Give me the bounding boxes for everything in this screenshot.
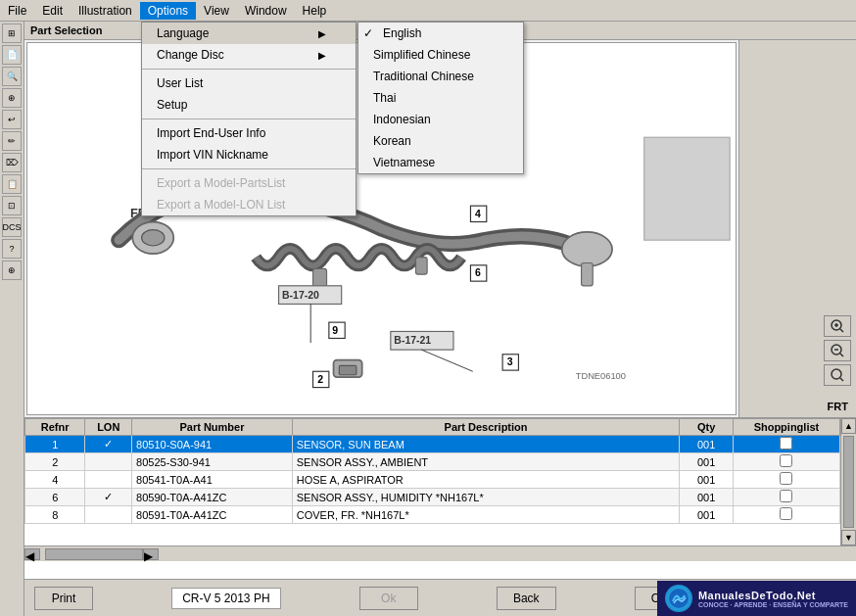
toolbar-btn-2[interactable]: 📄: [2, 45, 22, 65]
svg-point-37: [832, 369, 841, 379]
shopping-checkbox[interactable]: [780, 454, 792, 467]
menu-window[interactable]: Window: [237, 2, 295, 20]
horiz-scroll-right[interactable]: ▶: [143, 548, 159, 560]
horiz-scroll-thumb[interactable]: [45, 548, 143, 560]
svg-text:TDNE06100: TDNE06100: [576, 371, 626, 381]
lang-english-label: English: [383, 26, 421, 40]
menu-language-arrow: ▶: [318, 28, 326, 39]
cell-lon: [85, 471, 132, 489]
lang-thai[interactable]: Thai: [358, 87, 523, 109]
zoom-in-button[interactable]: [824, 315, 851, 337]
menu-user-list[interactable]: User List: [142, 72, 356, 94]
part-selection-label: Part Selection: [30, 24, 102, 36]
cell-shopping: [733, 471, 839, 489]
toolbar-btn-6[interactable]: ✏: [2, 131, 22, 151]
lang-english[interactable]: ✓ English: [358, 23, 523, 44]
menu-change-disc-arrow: ▶: [318, 50, 326, 61]
menu-change-disc-label: Change Disc: [157, 48, 224, 62]
menu-user-list-label: User List: [157, 76, 203, 90]
back-button[interactable]: Back: [497, 587, 556, 610]
toolbar-btn-5[interactable]: ↩: [2, 110, 22, 129]
menu-change-disc[interactable]: Change Disc ▶: [142, 44, 356, 66]
svg-rect-7: [339, 365, 356, 374]
scroll-thumb[interactable]: [843, 436, 854, 528]
svg-text:9: 9: [332, 325, 338, 336]
vertical-scrollbar[interactable]: ▲ ▼: [840, 418, 856, 545]
table-wrapper: Refnr LON Part Number Part Description Q…: [24, 418, 856, 545]
cell-qty: 001: [680, 489, 734, 506]
menu-import-vin[interactable]: Import VIN Nickname: [142, 144, 356, 166]
table-row[interactable]: 4 80541-T0A-A41 HOSE A, ASPIRATOR 001: [25, 471, 840, 489]
toolbar-btn-7[interactable]: ⌦: [2, 153, 22, 172]
right-panel: FRT: [738, 40, 856, 417]
toolbar-btn-8[interactable]: 📋: [2, 174, 22, 194]
svg-line-33: [840, 329, 843, 332]
svg-text:B-17-21: B-17-21: [394, 335, 431, 346]
cell-qty: 001: [680, 506, 734, 524]
toolbar-btn-12[interactable]: ⊕: [2, 261, 22, 280]
cell-description: COVER, FR. *NH167L*: [292, 506, 680, 524]
menu-illustration[interactable]: Illustration: [71, 2, 140, 20]
lang-traditional-chinese[interactable]: Traditional Chinese: [358, 66, 523, 87]
cell-shopping: [733, 453, 839, 471]
menu-view[interactable]: View: [196, 2, 237, 20]
menu-edit[interactable]: Edit: [34, 2, 71, 20]
zoom-fit-button[interactable]: [824, 364, 851, 386]
table-row[interactable]: 8 80591-T0A-A41ZC COVER, FR. *NH167L* 00…: [25, 506, 840, 524]
scroll-up-arrow[interactable]: ▲: [841, 418, 856, 434]
lang-korean[interactable]: Korean: [358, 130, 523, 152]
watermark: ManualesDeTodo.Net CONOCE · APRENDE · EN…: [657, 581, 856, 616]
options-menu: Language ▶ Change Disc ▶ User List Setup…: [141, 22, 357, 216]
toolbar-btn-1[interactable]: ⊞: [2, 24, 22, 43]
shopping-checkbox[interactable]: [780, 507, 792, 520]
table-row[interactable]: 1 ✓ 80510-S0A-941 SENSOR, SUN BEAM 001: [25, 436, 840, 453]
lang-indonesian[interactable]: Indonesian: [358, 109, 523, 130]
shopping-checkbox[interactable]: [780, 490, 792, 502]
cell-qty: 001: [680, 471, 734, 489]
zoom-out-button[interactable]: [824, 340, 851, 361]
menu-export-parts-list-label: Export a Model-PartsList: [157, 176, 285, 190]
language-submenu: ✓ English Simplified Chinese Traditional…: [357, 22, 524, 174]
cell-description: HOSE A, ASPIRATOR: [292, 471, 680, 489]
cell-description: SENSOR, SUN BEAM: [292, 436, 680, 453]
svg-text:B-17-20: B-17-20: [282, 290, 319, 301]
cell-qty: 001: [680, 436, 734, 453]
menu-import-end-user[interactable]: Import End-User Info: [142, 122, 356, 144]
lang-korean-label: Korean: [373, 134, 411, 148]
shopping-checkbox[interactable]: [780, 472, 792, 485]
print-button[interactable]: Print: [34, 587, 93, 610]
toolbar-btn-4[interactable]: ⊕: [2, 88, 22, 108]
lang-vietnamese[interactable]: Vietnamese: [358, 152, 523, 173]
menu-options[interactable]: Options: [140, 2, 196, 20]
horiz-scroll-left[interactable]: ◀: [24, 548, 40, 560]
cell-shopping: [733, 436, 839, 453]
shopping-checkbox[interactable]: [780, 437, 792, 450]
col-qty: Qty: [680, 419, 734, 436]
cell-lon: [85, 506, 132, 524]
svg-line-36: [840, 354, 843, 356]
ok-button[interactable]: Ok: [359, 587, 418, 610]
table-row[interactable]: 6 ✓ 80590-T0A-A41ZC SENSOR ASSY., HUMIDI…: [25, 489, 840, 506]
svg-rect-9: [582, 262, 594, 285]
horizontal-scrollbar[interactable]: ◀ ▶: [24, 545, 856, 561]
lang-simplified-chinese[interactable]: Simplified Chinese: [358, 44, 523, 66]
toolbar-btn-10[interactable]: DCS: [2, 217, 22, 237]
lang-thai-label: Thai: [373, 91, 396, 105]
table-inner[interactable]: Refnr LON Part Number Part Description Q…: [24, 418, 840, 545]
menu-language[interactable]: Language ▶: [142, 23, 356, 44]
zoom-fit-icon: [830, 367, 845, 383]
toolbar-btn-9[interactable]: ⊡: [2, 196, 22, 215]
toolbar-btn-3[interactable]: 🔍: [2, 67, 22, 86]
toolbar-btn-11[interactable]: ?: [2, 239, 22, 259]
cell-lon: ✓: [85, 436, 132, 453]
cell-part-number: 80525-S30-941: [132, 453, 293, 471]
menu-sep-3: [142, 168, 356, 169]
menu-setup[interactable]: Setup: [142, 94, 356, 116]
col-refnr: Refnr: [25, 419, 85, 436]
scroll-down-arrow[interactable]: ▼: [841, 530, 856, 545]
menu-file[interactable]: File: [0, 2, 34, 20]
menu-help[interactable]: Help: [295, 2, 335, 20]
watermark-text: ManualesDeTodo.Net CONOCE · APRENDE · EN…: [698, 590, 848, 608]
table-row[interactable]: 2 80525-S30-941 SENSOR ASSY., AMBIENT 00…: [25, 453, 840, 471]
vehicle-label: CR-V 5 2013 PH: [171, 588, 280, 609]
